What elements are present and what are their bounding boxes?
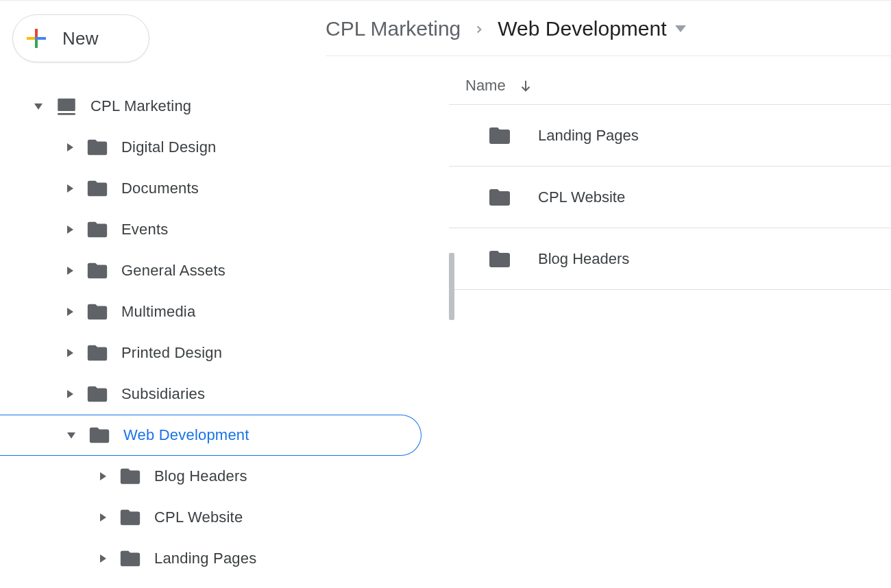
tree-item-label: Multimedia bbox=[121, 303, 195, 321]
folder-icon bbox=[86, 341, 109, 365]
folder-icon bbox=[86, 177, 109, 200]
tree-item-label: Digital Design bbox=[121, 138, 217, 156]
chevron-right-icon bbox=[100, 554, 106, 563]
folder-icon bbox=[119, 506, 142, 529]
new-button[interactable]: New bbox=[12, 14, 149, 62]
chevron-right-icon bbox=[67, 225, 73, 234]
breadcrumb-current-label: Web Development bbox=[498, 17, 666, 40]
caret-down-icon bbox=[675, 25, 686, 32]
tree-item-label: CPL Website bbox=[154, 509, 243, 526]
svg-rect-3 bbox=[38, 37, 46, 40]
column-header-name[interactable]: Name bbox=[449, 56, 891, 105]
chevron-right-icon bbox=[67, 390, 73, 398]
list-item[interactable]: Blog Headers bbox=[449, 228, 891, 290]
tree-item-landing-pages[interactable]: Landing Pages bbox=[0, 538, 449, 579]
folder-tree: CPL Marketing Digital Design Documents bbox=[0, 86, 449, 579]
chevron-right-icon bbox=[67, 143, 73, 151]
svg-rect-1 bbox=[35, 40, 38, 48]
tree-item-label: Printed Design bbox=[121, 344, 222, 362]
sidebar-resize-handle[interactable] bbox=[449, 253, 454, 320]
folder-icon bbox=[86, 382, 109, 406]
svg-rect-4 bbox=[35, 37, 38, 40]
column-header-label: Name bbox=[465, 77, 506, 95]
tree-item-subsidiaries[interactable]: Subsidiaries bbox=[0, 373, 449, 415]
list-item[interactable]: Landing Pages bbox=[449, 105, 891, 167]
folder-icon bbox=[487, 123, 512, 148]
arrow-down-icon bbox=[518, 78, 533, 93]
list-item[interactable]: CPL Website bbox=[449, 167, 891, 228]
breadcrumb: CPL Marketing Web Development bbox=[326, 1, 891, 56]
tree-item-events[interactable]: Events bbox=[0, 209, 449, 250]
plus-icon bbox=[24, 26, 49, 51]
tree-item-web-development[interactable]: Web Development bbox=[0, 415, 422, 456]
tree-item-general-assets[interactable]: General Assets bbox=[0, 250, 449, 291]
folder-icon bbox=[487, 185, 512, 210]
tree-item-label: Landing Pages bbox=[154, 550, 256, 567]
tree-item-label: Subsidiaries bbox=[121, 385, 205, 403]
sidebar: New CPL Marketing Digital Design bbox=[0, 1, 449, 588]
new-button-label: New bbox=[62, 28, 99, 49]
chevron-right-icon bbox=[67, 267, 73, 275]
svg-rect-2 bbox=[27, 37, 35, 40]
breadcrumb-current[interactable]: Web Development bbox=[498, 17, 685, 40]
file-list: Landing Pages CPL Website Blog Headers bbox=[449, 105, 891, 290]
tree-item-blog-headers[interactable]: Blog Headers bbox=[0, 456, 449, 497]
chevron-right-icon bbox=[100, 472, 106, 480]
tree-item-label: Documents bbox=[121, 180, 199, 197]
tree-item-documents[interactable]: Documents bbox=[0, 168, 449, 209]
tree-item-label: General Assets bbox=[121, 262, 225, 280]
chevron-down-icon bbox=[34, 103, 42, 110]
folder-icon bbox=[86, 300, 109, 323]
folder-icon bbox=[487, 247, 512, 271]
shared-drive-icon bbox=[55, 95, 78, 118]
list-item-name: Blog Headers bbox=[538, 250, 629, 268]
tree-item-label: Web Development bbox=[123, 426, 249, 444]
folder-icon bbox=[86, 218, 109, 241]
tree-root-label: CPL Marketing bbox=[90, 97, 191, 115]
chevron-down-icon bbox=[67, 432, 75, 439]
breadcrumb-parent[interactable]: CPL Marketing bbox=[326, 17, 461, 40]
folder-icon bbox=[119, 465, 142, 488]
chevron-right-icon bbox=[67, 349, 73, 357]
tree-item-printed-design[interactable]: Printed Design bbox=[0, 332, 449, 373]
tree-item-multimedia[interactable]: Multimedia bbox=[0, 291, 449, 332]
chevron-right-icon bbox=[473, 17, 485, 40]
folder-icon bbox=[119, 547, 142, 570]
folder-icon bbox=[86, 259, 109, 282]
tree-item-cpl-website[interactable]: CPL Website bbox=[0, 497, 449, 538]
main-content: CPL Marketing Web Development Name Landi… bbox=[449, 1, 891, 588]
chevron-right-icon bbox=[100, 513, 106, 522]
tree-item-digital-design[interactable]: Digital Design bbox=[0, 127, 449, 168]
svg-rect-0 bbox=[35, 29, 38, 37]
list-item-name: Landing Pages bbox=[538, 127, 639, 145]
tree-item-label: Blog Headers bbox=[154, 467, 247, 485]
chevron-right-icon bbox=[67, 184, 73, 193]
tree-item-label: Events bbox=[121, 221, 168, 238]
chevron-right-icon bbox=[67, 308, 73, 316]
folder-icon bbox=[88, 424, 111, 447]
folder-icon bbox=[86, 136, 109, 159]
tree-root-cpl-marketing[interactable]: CPL Marketing bbox=[0, 86, 449, 127]
list-item-name: CPL Website bbox=[538, 188, 625, 206]
